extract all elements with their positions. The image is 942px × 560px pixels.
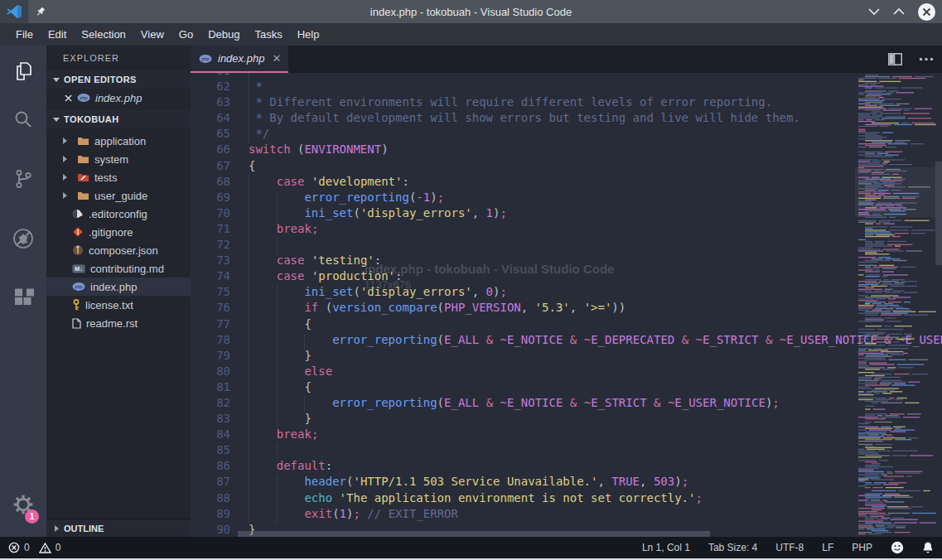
warning-count[interactable]: 0 (56, 542, 61, 553)
menu-item-tasks[interactable]: Tasks (247, 25, 289, 44)
line-number[interactable]: 79 (191, 349, 230, 364)
line-number[interactable]: 73 (191, 253, 230, 269)
extensions-icon[interactable] (0, 278, 46, 319)
split-editor-icon[interactable] (888, 53, 902, 65)
menu-item-go[interactable]: Go (171, 25, 200, 44)
line-number[interactable]: 70 (191, 206, 230, 222)
debug-icon[interactable] (0, 218, 46, 259)
code-line-75[interactable]: 75 ini_set('display_errors', 0); (191, 285, 942, 301)
code-line-89[interactable]: 89 exit(1); // EXIT_ERROR (191, 507, 942, 523)
line-number[interactable]: 69 (191, 191, 230, 206)
feedback-smiley-icon[interactable] (891, 541, 904, 554)
tree-item-readme-rst[interactable]: readme.rst (46, 314, 191, 332)
code-line-83[interactable]: 83 } (191, 412, 942, 427)
line-number[interactable]: 74 (191, 269, 230, 285)
tree-item--editorconfig[interactable]: .editorconfig (46, 205, 191, 223)
code-line-80[interactable]: 80 else (191, 364, 942, 380)
errors-icon[interactable] (8, 542, 20, 553)
code-line-73[interactable]: 73 case 'testing': (191, 253, 942, 269)
code-line-82[interactable]: 82 error_reporting(E_ALL & ~E_NOTICE & ~… (191, 396, 942, 412)
menu-item-selection[interactable]: Selection (74, 25, 133, 44)
line-number[interactable]: 71 (191, 222, 230, 238)
folder-section-header[interactable]: TOKOBUAH (46, 110, 191, 128)
line-number[interactable]: 88 (191, 491, 230, 507)
code-line-78[interactable]: 78 error_reporting(E_ALL & ~E_NOTICE & ~… (191, 333, 942, 349)
line-number[interactable]: 89 (191, 507, 230, 523)
line-number[interactable]: 86 (191, 459, 230, 475)
line-number[interactable]: 68 (191, 175, 230, 191)
code-line-62[interactable]: 62 * (191, 80, 942, 95)
tree-item--gitignore[interactable]: .gitignore (46, 223, 191, 241)
close-button[interactable] (918, 3, 935, 21)
line-number[interactable]: 66 (191, 142, 230, 158)
status-item-ln-1-col-1[interactable]: Ln 1, Col 1 (642, 542, 690, 553)
settings-gear-icon[interactable]: 1 (0, 484, 46, 525)
more-actions-icon[interactable] (919, 57, 934, 61)
line-number[interactable]: 65 (191, 127, 230, 142)
code-line-66[interactable]: 66switch (ENVIRONMENT) (191, 142, 942, 158)
code-line-68[interactable]: 68 case 'development': (191, 175, 942, 191)
tab-index-php[interactable]: php index.php ✕ (191, 46, 288, 73)
minimap-viewport[interactable] (855, 167, 936, 217)
line-number[interactable]: 63 (191, 95, 230, 111)
line-number[interactable]: 77 (191, 317, 230, 333)
tab-close-icon[interactable]: ✕ (272, 52, 281, 65)
line-number[interactable]: 84 (191, 427, 230, 443)
vertical-scrollbar[interactable] (935, 162, 942, 265)
horizontal-scrollbar[interactable] (238, 531, 710, 537)
status-item-lf[interactable]: LF (822, 542, 833, 553)
tree-item-user-guide[interactable]: user_guide (46, 186, 191, 205)
line-number[interactable]: 81 (191, 380, 230, 396)
code-line-88[interactable]: 88 echo 'The application environment is … (191, 491, 942, 507)
code-line-76[interactable]: 76 if (version_compare(PHP_VERSION, '5.3… (191, 301, 942, 316)
tree-item-license-txt[interactable]: license.txt (46, 296, 191, 314)
source-control-icon[interactable] (0, 158, 46, 200)
notifications-bell-icon[interactable] (922, 541, 934, 554)
code-line-63[interactable]: 63 * Different environments will require… (191, 95, 942, 111)
code-line-64[interactable]: 64 * By default development will show er… (191, 111, 942, 127)
code-line-74[interactable]: 74 case 'production': (191, 269, 942, 285)
minimize-button[interactable] (868, 7, 880, 16)
line-number[interactable]: 62 (191, 80, 230, 95)
line-number[interactable]: 83 (191, 412, 230, 427)
tree-item-application[interactable]: application (46, 132, 191, 150)
menu-item-edit[interactable]: Edit (41, 25, 74, 44)
line-number[interactable]: 78 (191, 333, 230, 349)
open-editor-item[interactable]: php index.php (46, 89, 191, 107)
menu-item-help[interactable]: Help (290, 25, 327, 44)
line-number[interactable]: 61 (191, 73, 230, 80)
code-line-61[interactable]: 61 * (191, 73, 942, 80)
code-line-72[interactable]: 72 (191, 238, 942, 253)
line-number[interactable]: 76 (191, 301, 230, 316)
warnings-icon[interactable] (39, 543, 51, 553)
code-line-70[interactable]: 70 ini_set('display_errors', 1); (191, 206, 942, 222)
line-number[interactable]: 67 (191, 159, 230, 175)
maximize-button[interactable] (893, 7, 905, 16)
line-number[interactable]: 64 (191, 111, 230, 127)
line-number[interactable]: 80 (191, 364, 230, 380)
tree-item-composer-json[interactable]: composer.json (46, 241, 191, 259)
code-line-65[interactable]: 65 */ (191, 127, 942, 142)
tree-item-system[interactable]: system (46, 150, 191, 168)
tree-item-index-php[interactable]: phpindex.php (46, 278, 191, 296)
pin-icon[interactable] (35, 6, 46, 17)
code-area[interactable]: 61 *62 *63 * Different environments will… (191, 73, 942, 537)
code-line-67[interactable]: 67{ (191, 159, 942, 175)
search-icon[interactable] (0, 99, 46, 140)
tree-item-tests[interactable]: tests (46, 168, 191, 186)
code-line-71[interactable]: 71 break; (191, 222, 942, 238)
menu-item-file[interactable]: File (8, 25, 41, 44)
code-line-79[interactable]: 79 } (191, 349, 942, 364)
line-number[interactable]: 75 (191, 285, 230, 301)
menu-item-view[interactable]: View (133, 25, 171, 44)
error-count[interactable]: 0 (24, 542, 30, 553)
minimap[interactable] (855, 73, 936, 537)
code-line-85[interactable]: 85 (191, 443, 942, 459)
line-number[interactable]: 82 (191, 396, 230, 412)
close-icon[interactable] (65, 94, 72, 102)
line-number[interactable]: 90 (191, 523, 230, 537)
code-line-69[interactable]: 69 error_reporting(-1); (191, 191, 942, 206)
line-number[interactable]: 72 (191, 238, 230, 253)
tree-item-contributing-md[interactable]: M↓contributing.md (46, 259, 191, 278)
outline-header[interactable]: OUTLINE (46, 519, 191, 537)
